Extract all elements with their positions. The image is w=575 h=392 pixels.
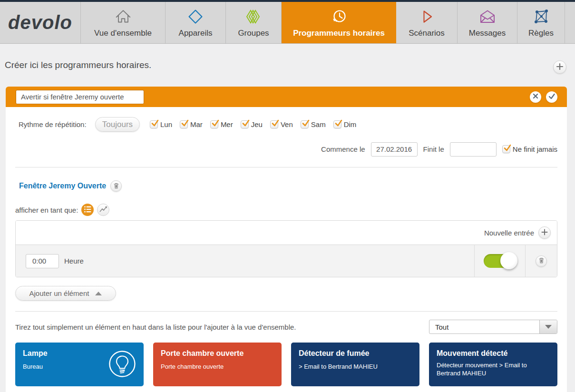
delete-schedule-button[interactable] — [110, 180, 122, 192]
day-checkbox-jeu[interactable] — [241, 120, 249, 128]
day-lun: Lun — [150, 120, 172, 128]
day-checkbox-ven[interactable] — [270, 120, 278, 128]
card-mouvement-detecte[interactable]: Mouvement détecté Détecteur mouvement > … — [429, 343, 557, 386]
day-checkbox-lun[interactable] — [150, 120, 158, 128]
add-element-label: Ajouter un élément — [29, 289, 89, 297]
day-mer: Mer — [210, 120, 233, 128]
card-detecteur-fumee[interactable]: Détecteur de fumée > Email to Bertrand M… — [291, 343, 419, 386]
bottom-divider — [15, 311, 557, 312]
top-navigation: devolo Vue d'ensemble Appareils Groupes — [0, 0, 575, 44]
cancel-button[interactable] — [530, 91, 541, 103]
hint-filter-row: Tirez tout simplement un élément en haut… — [15, 320, 557, 334]
plus-icon — [541, 229, 548, 237]
close-icon — [532, 93, 539, 101]
day-checkbox-mar[interactable] — [180, 120, 188, 128]
start-date-input[interactable] — [371, 142, 418, 157]
time-unit-label: Heure — [64, 257, 84, 265]
day-checkbox-mer[interactable] — [210, 120, 218, 128]
card-porte-chambre[interactable]: Porte chambre ouverte Porte chambre ouve… — [153, 343, 282, 386]
dropdown-arrow-button[interactable] — [539, 320, 557, 333]
day-checkbox-sam[interactable] — [301, 120, 309, 128]
tab-messages[interactable]: Messages — [458, 2, 517, 43]
never-ends-label: Ne finit jamais — [513, 145, 557, 153]
day-sam: Sam — [301, 120, 326, 128]
triangle-down-icon — [545, 325, 552, 329]
card-subtitle: Détecteur mouvement > Email to Bertrand … — [437, 362, 550, 378]
day-label: Mer — [221, 120, 233, 128]
diamond-icon — [186, 7, 205, 27]
entries-table: Nouvelle entrée Heure — [15, 220, 557, 277]
envelope-icon — [477, 7, 498, 27]
tab-regles[interactable]: Règles — [517, 2, 565, 43]
card-lampe[interactable]: Lampe Bureau — [15, 343, 144, 386]
trash-icon — [538, 256, 545, 265]
schedule-title: Fenêtre Jeremy Ouverte — [19, 182, 106, 190]
day-label: Dim — [344, 120, 357, 128]
card-title: Détecteur de fumée — [299, 349, 412, 358]
always-button[interactable]: Toujours — [95, 117, 140, 132]
entry-row: Heure — [16, 245, 557, 277]
entry-enabled-toggle[interactable] — [484, 254, 516, 268]
time-input[interactable] — [26, 254, 59, 268]
toggle-knob — [500, 252, 517, 269]
end-date-input[interactable] — [450, 142, 497, 157]
home-icon — [113, 7, 133, 27]
display-chart-button[interactable] — [97, 204, 109, 216]
plus-icon — [556, 63, 564, 72]
repeat-row: Rythme de répétition: Toujours Lun Mar M… — [15, 117, 557, 132]
entries-header: Nouvelle entrée — [16, 221, 557, 245]
never-ends-checkbox[interactable] — [502, 145, 510, 153]
day-checkbox-dim[interactable] — [333, 120, 341, 128]
new-entry-button[interactable] — [538, 226, 551, 239]
day-dim: Dim — [333, 120, 357, 128]
check-icon — [548, 93, 556, 101]
ends-label: Finit le — [423, 145, 444, 153]
day-label: Sam — [311, 120, 326, 128]
card-subtitle: > Email to Bertrand MAHIEU — [299, 363, 412, 371]
tab-appareils[interactable]: Appareils — [166, 2, 226, 43]
triangle-up-icon — [95, 292, 102, 295]
logo: devolo — [0, 2, 81, 43]
tab-vue-densemble[interactable]: Vue d'ensemble — [81, 2, 166, 43]
devolo-logo: devolo — [8, 12, 72, 33]
entry-delete-cell — [525, 245, 557, 277]
display-list-button[interactable] — [81, 204, 94, 216]
editor-header-bar — [6, 87, 567, 107]
bulb-icon — [107, 349, 137, 381]
section-divider — [15, 167, 557, 167]
card-title: Mouvement détecté — [437, 349, 550, 358]
filter-value: Tout — [429, 323, 448, 331]
never-ends: Ne finit jamais — [502, 145, 557, 153]
add-element-button[interactable]: Ajouter un élément — [15, 286, 116, 301]
trend-chart-icon — [99, 206, 107, 214]
tab-groupes[interactable]: Groupes — [226, 2, 282, 43]
drag-hint-text: Tirez tout simplement un élément en haut… — [15, 323, 296, 331]
tab-programmeurs-horaires[interactable]: Programmeurs horaires — [282, 2, 396, 43]
new-entry-label: Nouvelle entrée — [484, 229, 534, 237]
date-range-row: Commence le Finit le Ne finit jamais — [15, 142, 557, 157]
weekday-checkboxes: Lun Mar Mer Jeu Ven — [150, 120, 356, 128]
list-icon — [84, 206, 91, 215]
starts-label: Commence le — [321, 145, 365, 153]
day-label: Ven — [281, 120, 293, 128]
card-title: Porte chambre ouverte — [161, 349, 274, 358]
element-filter-select[interactable]: Tout — [429, 320, 557, 334]
tab-scenarios[interactable]: Scénarios — [396, 2, 458, 43]
day-label: Jeu — [251, 120, 263, 128]
element-cards: Lampe Bureau Porte chambre ouverte Porte… — [15, 343, 557, 386]
day-jeu: Jeu — [241, 120, 263, 128]
triple-chevron-icon — [243, 7, 264, 27]
add-timer-button[interactable] — [553, 60, 566, 74]
display-as-row: afficher en tant que: — [15, 204, 557, 216]
card-subtitle: Porte chambre ouverte — [161, 363, 274, 371]
day-label: Mar — [190, 120, 203, 128]
delete-entry-button[interactable] — [536, 255, 547, 267]
entry-toggle-cell — [474, 245, 525, 277]
entry-time-cell: Heure — [16, 245, 474, 277]
page-title: Créer ici les programmeurs horaires. — [5, 60, 151, 70]
day-mar: Mar — [180, 120, 203, 128]
day-ven: Ven — [270, 120, 293, 128]
timer-name-input[interactable] — [16, 90, 144, 104]
confirm-button[interactable] — [546, 91, 557, 103]
network-icon — [531, 7, 552, 27]
